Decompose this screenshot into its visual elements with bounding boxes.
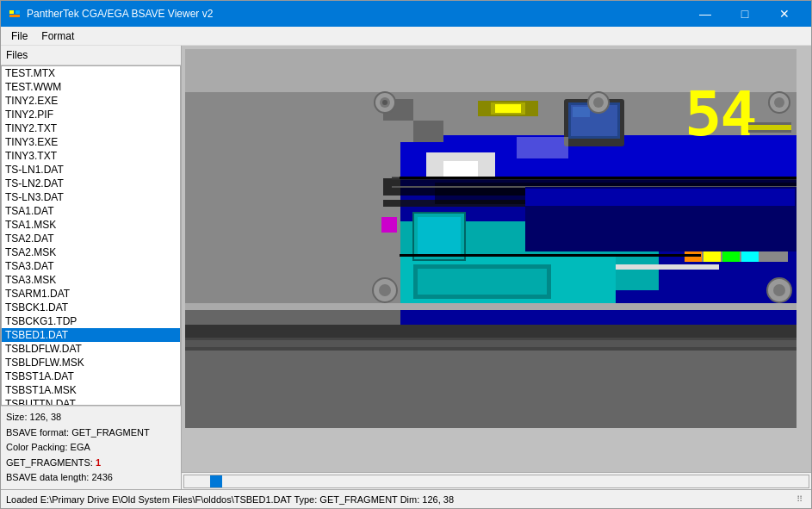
svg-rect-63 [517,137,568,158]
image-display: 54 [182,46,811,472]
menu-format[interactable]: Format [34,27,81,45]
h-scroll-area [182,472,811,489]
main-window: PantherTek CGA/EGA BSAVE Viewer v2 — □ ✕… [0,0,812,509]
file-item[interactable]: TSARM1.DAT [2,287,180,301]
title-bar-controls: — □ ✕ [685,1,804,27]
svg-rect-2 [15,10,20,14]
file-item[interactable]: TSA2.MSK [2,245,180,259]
file-item[interactable]: TINY2.TXT [2,121,180,135]
file-item[interactable]: TS-LN3.DAT [2,190,180,204]
sidebar: Files TEST.MTXTEST.WWMTINY2.EXETINY2.PIF… [1,46,182,489]
svg-point-30 [382,100,387,105]
minimize-button[interactable]: — [685,1,725,27]
svg-rect-62 [748,125,791,130]
size-info: Size: 126, 38 [6,410,176,425]
svg-point-34 [774,97,784,108]
svg-rect-14 [443,161,478,178]
file-item[interactable]: TSBUTTN.DAT [2,397,180,406]
file-item[interactable]: TINY3.TXT [2,149,180,163]
file-item[interactable]: TSBCK1.DAT [2,301,180,314]
svg-rect-19 [413,121,443,142]
status-panel: Size: 126, 38 BSAVE format: GET_FRAGMENT… [1,406,181,489]
svg-point-32 [593,97,604,108]
svg-rect-24 [573,107,590,117]
status-bar-text: Loaded E:\Primary Drive E\Old System Fil… [6,494,792,505]
file-item[interactable]: TS-LN2.DAT [2,177,180,190]
file-item[interactable]: TSA1.DAT [2,204,180,218]
svg-rect-49 [704,251,721,262]
svg-point-36 [773,284,785,296]
file-item[interactable]: TINY3.EXE [2,135,180,149]
svg-rect-41 [418,217,461,256]
sidebar-header: Files [1,46,181,65]
svg-rect-54 [185,351,797,428]
file-item[interactable]: TSBLDFLW.DAT [2,342,180,356]
main-area: Files TEST.MTXTEST.WWMTINY2.EXETINY2.PIF… [1,46,811,489]
content-area: 54 [182,46,811,489]
menu-file[interactable]: File [4,27,34,45]
file-list[interactable]: TEST.MTXTEST.WWMTINY2.EXETINY2.PIFTINY2.… [1,65,181,406]
file-item[interactable]: TSBST1A.DAT [2,369,180,383]
svg-rect-51 [741,251,759,262]
bsave-image: 54 [185,49,797,428]
status-bar: Loaded E:\Primary Drive E\Old System Fil… [1,489,811,508]
get-fragments-info: GET_FRAGMENTS: 1 [6,456,176,471]
svg-rect-46 [418,269,547,295]
window-title: PantherTek CGA/EGA BSAVE Viewer v2 [27,8,685,20]
file-item[interactable]: TSBST1A.MSK [2,383,180,397]
svg-point-38 [379,284,391,296]
svg-rect-55 [616,264,719,270]
file-item[interactable]: TSA3.MSK [2,273,180,287]
h-scrollbar[interactable] [183,475,809,488]
svg-rect-3 [9,15,20,17]
svg-rect-1 [9,10,14,14]
file-item[interactable]: TINY2.EXE [2,94,180,108]
svg-rect-56 [400,177,797,179]
file-list-container: TEST.MTXTEST.WWMTINY2.EXETINY2.PIFTINY2.… [1,65,181,406]
svg-rect-60 [185,303,797,310]
file-item[interactable]: TSBCKG1.TDP [2,314,180,328]
title-bar: PantherTek CGA/EGA BSAVE Viewer v2 — □ ✕ [1,1,811,27]
file-item[interactable]: TSBLDFLW.MSK [2,356,180,369]
resize-grip-icon: ⠿ [792,493,806,506]
svg-rect-27 [495,104,521,113]
file-item[interactable]: TEST.MTX [2,66,180,80]
svg-rect-39 [381,217,397,233]
app-icon [8,7,22,21]
h-scrollbar-thumb[interactable] [210,475,222,487]
file-item[interactable]: TSA1.MSK [2,218,180,232]
file-item[interactable]: TSBED1.DAT [2,328,180,342]
color-packing-info: Color Packing: EGA [6,440,176,456]
svg-rect-59 [525,189,795,206]
file-item[interactable]: TEST.WWM [2,80,180,94]
close-button[interactable]: ✕ [765,1,804,27]
svg-rect-57 [400,254,701,257]
bsave-format-info: BSAVE format: GET_FRAGMENT [6,425,176,441]
file-item[interactable]: TS-LN1.DAT [2,163,180,177]
file-item[interactable]: TSA3.DAT [2,259,180,273]
menu-bar: File Format [1,27,811,46]
svg-rect-53 [185,340,797,347]
file-item[interactable]: TINY2.PIF [2,108,180,121]
data-length-info: BSAVE data length: 2436 [6,470,176,486]
maximize-button[interactable]: □ [725,1,765,27]
svg-text:54: 54 [685,78,756,150]
svg-rect-52 [185,325,797,338]
file-item[interactable]: TSA2.DAT [2,232,180,245]
svg-rect-50 [722,251,740,262]
